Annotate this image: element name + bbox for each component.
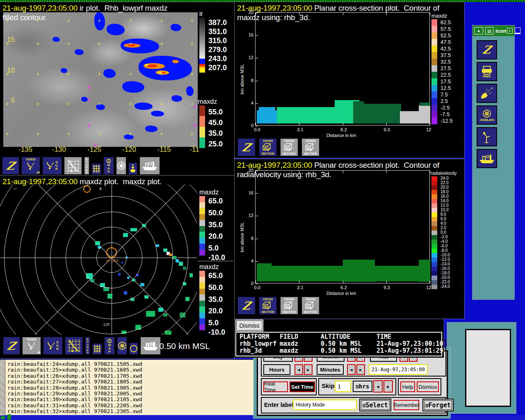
xs-plot-canvas[interactable] — [255, 12, 430, 126]
cross-section-1-button[interactable]: CROSSSECTION — [258, 296, 277, 315]
hours-button[interactable]: Hours — [263, 364, 290, 375]
colorbar-tick: -16.0 — [441, 266, 450, 271]
buoy-button[interactable] — [128, 162, 138, 175]
colorbar-segment — [199, 202, 205, 208]
cross-section-1-button[interactable]: CROSSSECTION — [258, 138, 277, 157]
cross-section-3-button[interactable]: CROSSSECTION — [301, 138, 320, 157]
overlay-wheel-button[interactable] — [116, 336, 128, 355]
goes-ir-button[interactable]: GOES.IR — [21, 156, 41, 175]
ppi-canvas[interactable]: b<-125-8 + 10 -125 — [0, 185, 197, 335]
ship-button[interactable] — [477, 149, 497, 168]
map-button[interactable]: MAP — [104, 336, 115, 355]
colorbar-tick: 7.5 — [441, 91, 448, 98]
terminal-line: rain:beaufait:26>xdump.all 970821.1705.x… — [7, 373, 249, 379]
icon-palette: ZPRINTOVERLAYS — [477, 40, 499, 171]
cross-section-2-button[interactable]: CROSSSECTION — [280, 296, 299, 315]
select-button[interactable]: Select — [359, 399, 391, 411]
colorbar-divider — [198, 261, 233, 261]
datetime-field[interactable]: 21-Aug-97,23:05:00 — [369, 364, 428, 375]
grid-radar-button[interactable] — [64, 156, 82, 175]
overlays-button[interactable]: OVERLAYS — [477, 105, 497, 125]
terminal-line: rain:beaufait:30>xdump.all 970821.2105.x… — [7, 396, 249, 402]
colorbar-segment — [431, 244, 437, 249]
xterm-window[interactable]: rain:beaufait:24>xdump.all 970821.1505.x… — [0, 359, 253, 415]
minutes-prev-button[interactable] — [347, 364, 356, 375]
subgrid-button[interactable] — [92, 343, 103, 355]
xterm-scrollbar[interactable] — [0, 360, 5, 415]
overlay-wheel-button[interactable] — [116, 156, 127, 175]
skip-forward-button[interactable] — [383, 380, 393, 393]
radar-beam-button[interactable] — [477, 84, 497, 103]
contour-fill — [257, 110, 278, 123]
table-dismiss-button[interactable]: Dismiss — [236, 320, 262, 331]
maximize-button[interactable] — [515, 27, 520, 34]
minutes-button[interactable]: Minutes — [317, 364, 344, 375]
colorbar-tick: -2.0 — [441, 235, 447, 239]
subgrid-button[interactable] — [91, 163, 102, 175]
station-marker-icon: Ŧ — [88, 99, 91, 102]
colorbar-tick: 6.0 — [441, 217, 446, 221]
xs2-title: 21-aug-1997,23:05:00 Planar cross-sectio… — [237, 161, 439, 170]
set-time-button[interactable]: Set Time — [290, 381, 315, 392]
window-menu-button[interactable]: ● — [474, 27, 483, 34]
bounds-button[interactable]: BOUNDS — [84, 336, 91, 355]
ir-xtick: -120 — [117, 146, 142, 154]
forget-button[interactable]: Forget — [422, 399, 454, 411]
colorbar-tick: 18.0 — [441, 189, 448, 194]
hours-prev-button[interactable] — [294, 364, 303, 375]
colorbar-tick: -12.0 — [441, 257, 450, 262]
bounds-button[interactable]: BOUNDS — [84, 156, 90, 175]
help-button[interactable]: Help — [400, 381, 415, 392]
cross-section-2-button[interactable]: CROSSSECTION — [280, 138, 299, 157]
colorbar-segment — [431, 199, 437, 203]
skip-input[interactable]: 1 — [335, 381, 351, 392]
colorbar-segment — [199, 318, 205, 324]
range-ring-button[interactable] — [129, 342, 139, 355]
skip-units-button[interactable]: hrs — [353, 381, 372, 392]
antenna-button[interactable] — [477, 127, 497, 146]
colorbar-tick: 65.0 — [208, 272, 223, 280]
zebra-button[interactable]: Z — [2, 156, 20, 175]
colorbar-tick: -20.0 — [441, 275, 450, 280]
hours-next-button[interactable] — [304, 364, 313, 375]
resize-button[interactable]: • — [507, 28, 513, 34]
colorbar-segment — [199, 244, 205, 250]
xsection-maxdz-window: 21-aug-1997,23:05:00 Planar cross-sectio… — [235, 2, 464, 158]
ir-xtick: -125 — [82, 146, 107, 154]
panel-dismiss-button[interactable]: Dismiss — [417, 381, 439, 392]
map-button[interactable]: MAP — [103, 156, 114, 175]
iconify-button[interactable]: ▤ — [485, 27, 493, 34]
goes-ir-button[interactable]: GOES.IR — [22, 336, 41, 355]
ir-image-canvas[interactable]: ++++++++++++++++++++++++++++++++++++++++… — [3, 12, 198, 147]
xs2-colorbar: 24.022.020.018.016.014.012.010.08.06.04.… — [431, 176, 463, 291]
zebra-button[interactable]: Z — [237, 138, 256, 157]
skip-back-button[interactable] — [373, 380, 383, 393]
contour-fill — [400, 111, 430, 123]
ship-button[interactable] — [139, 156, 160, 175]
maxdz-colorbar-label: maxdz — [198, 98, 217, 105]
zebra-button[interactable]: Z — [237, 296, 256, 315]
colorbar-tick: 50.0 — [208, 209, 223, 217]
ir-window-title-line2: filled contour. — [2, 13, 47, 22]
colorbar-tick: 27.5 — [441, 65, 451, 71]
zebra-button[interactable]: Z — [2, 336, 21, 355]
colorbar-segment — [431, 98, 437, 105]
radar-sur-button[interactable]: SUR — [43, 336, 63, 355]
xs-plot-canvas[interactable] — [255, 170, 430, 283]
ppi-plot-window: b<-125-8 + 10 -125 21-aug-1997,23:05:00 … — [0, 176, 235, 358]
xtick: 9.3 — [381, 127, 393, 132]
radar-sur-button[interactable]: SUR — [42, 156, 62, 175]
colorbar-segment — [431, 105, 437, 111]
cross-section-3-button[interactable]: CROSSSECTION — [301, 296, 320, 315]
colorbar-tick: 52.5 — [441, 32, 451, 39]
ir-colorbar-label: ir — [199, 10, 203, 18]
real-time-button[interactable]: Real Time — [263, 381, 288, 392]
colorbar-segment — [431, 78, 437, 85]
grid-radar-button[interactable] — [64, 336, 83, 355]
remember-button[interactable]: Remember — [394, 400, 419, 410]
colorbar-segment — [431, 235, 437, 240]
label-input[interactable]: History Mode — [293, 399, 357, 410]
print-button[interactable]: PRINT — [477, 62, 497, 81]
minutes-next-button[interactable] — [356, 364, 365, 375]
zebra-button[interactable]: Z — [477, 40, 497, 59]
